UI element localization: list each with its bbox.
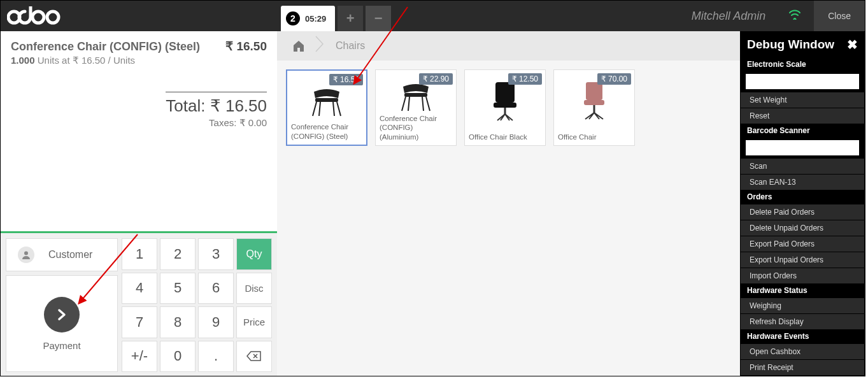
debug-section-orders: Orders [741,190,864,204]
order-lines: Conference Chair (CONFIG) (Steel) ₹ 16.5… [1,31,277,74]
product-price: ₹ 70.00 [597,73,631,85]
product-card[interactable]: ₹ 12.50Office Chair Black [464,69,546,146]
close-icon[interactable]: ✖ [847,37,858,52]
svg-rect-15 [494,103,516,108]
numpad-2[interactable]: 2 [160,238,196,270]
debug-scan-ean13[interactable]: Scan EAN-13 [741,174,864,190]
action-pad: Customer Payment 1 2 3 Qty 4 5 6 Disc 7 [1,233,277,376]
backspace-icon [246,351,262,361]
product-card[interactable]: ₹ 22.90Conference Chair (CONFIG) (Alumin… [375,69,457,146]
debug-section-scale: Electronic Scale [741,57,864,71]
svg-line-8 [333,102,334,116]
product-name: Conference Chair (CONFIG) (Steel) [287,120,366,145]
product-name: Office Chair Black [465,130,545,145]
debug-delete-paid[interactable]: Delete Paid Orders [741,204,864,220]
customer-label: Customer [48,249,92,261]
debug-section-barcode: Barcode Scanner [741,124,864,138]
topbar: 2 05:29 + − Mitchell Admin Close [1,1,865,31]
svg-line-12 [408,97,409,111]
svg-rect-18 [584,100,604,105]
numpad-4[interactable]: 4 [122,273,157,304]
home-icon[interactable] [286,36,311,55]
debug-weighing[interactable]: Weighing [741,297,864,313]
product-card[interactable]: ₹ 70.00Office Chair [553,69,635,146]
svg-line-11 [426,97,430,111]
numpad-5[interactable]: 5 [160,273,196,304]
order-line-price: ₹ 16.50 [225,39,267,54]
svg-line-7 [319,102,320,116]
numpad-disc[interactable]: Disc [236,273,272,304]
debug-open-cashbox[interactable]: Open Cashbox [741,343,864,359]
payment-label: Payment [43,340,80,351]
numpad-sign[interactable]: +/- [122,341,157,373]
numpad-9[interactable]: 9 [198,306,234,338]
product-price: ₹ 22.90 [419,73,453,85]
chevron-right-icon [315,35,324,57]
svg-point-1 [32,11,44,23]
scale-input[interactable] [746,74,859,89]
chevron-right-icon [44,297,80,333]
numpad-qty[interactable]: Qty [236,238,272,270]
numpad-6[interactable]: 6 [198,273,234,304]
debug-export-unpaid[interactable]: Export Unpaid Orders [741,252,864,268]
svg-line-13 [422,97,423,111]
barcode-input[interactable] [746,140,859,155]
debug-window: Debug Window ✖ Electronic Scale Set Weig… [740,31,865,376]
product-name: Conference Chair (CONFIG) (Aluminium) [376,111,456,145]
debug-section-hw-events: Hardware Events [741,329,864,343]
user-icon [18,247,34,263]
session-number-badge: 2 [286,11,300,25]
order-line-detail: 1.000 Units at ₹ 16.50 / Units [11,55,267,66]
order-line[interactable]: Conference Chair (CONFIG) (Steel) ₹ 16.5… [11,39,267,54]
numpad: 1 2 3 Qty 4 5 6 Disc 7 8 9 Price +/- 0 . [122,238,272,372]
debug-import-orders[interactable]: Import Orders [741,268,864,283]
svg-point-2 [47,11,59,23]
product-price: ₹ 12.50 [508,73,542,85]
debug-refresh-display[interactable]: Refresh Display [741,313,864,329]
debug-print-receipt[interactable]: Print Receipt [741,359,864,375]
product-name: Office Chair [554,130,634,145]
debug-delete-unpaid[interactable]: Delete Unpaid Orders [741,220,864,236]
numpad-3[interactable]: 3 [198,238,234,270]
plus-icon: + [346,10,355,27]
product-price: ₹ 16.50 [329,74,363,85]
debug-title: Debug Window ✖ [741,32,864,57]
session-tab[interactable]: 2 05:29 [281,6,335,31]
svg-line-5 [313,102,317,116]
wifi-icon [776,10,814,23]
minus-icon: − [374,10,383,27]
debug-read-scale[interactable]: Read Weighing Scale [741,375,864,376]
debug-reset[interactable]: Reset [741,108,864,124]
user-name[interactable]: Mitchell Admin [681,10,776,23]
order-panel: Conference Chair (CONFIG) (Steel) ₹ 16.5… [1,31,277,376]
session-time: 05:29 [305,14,326,24]
new-order-button[interactable]: + [338,6,363,31]
order-totals: Total: ₹ 16.50 Taxes: ₹ 0.00 [1,85,277,135]
svg-rect-9 [404,93,427,97]
numpad-0[interactable]: 0 [160,341,196,373]
odoo-logo [1,1,90,31]
remove-order-button[interactable]: − [366,6,391,31]
svg-line-6 [337,102,341,116]
debug-scan[interactable]: Scan [741,158,864,174]
debug-export-paid[interactable]: Export Paid Orders [741,236,864,252]
close-button[interactable]: Close [814,1,865,31]
svg-rect-17 [586,82,602,100]
numpad-price[interactable]: Price [236,306,272,338]
product-card[interactable]: ₹ 16.50Conference Chair (CONFIG) (Steel) [286,69,367,146]
svg-line-10 [402,97,406,111]
svg-rect-4 [315,98,338,102]
order-line-name: Conference Chair (CONFIG) (Steel) [11,40,200,54]
debug-set-weight[interactable]: Set Weight [741,92,864,108]
breadcrumb-category[interactable]: Chairs [328,40,373,52]
numpad-8[interactable]: 8 [160,306,196,338]
svg-point-3 [24,252,28,255]
numpad-dot[interactable]: . [198,341,234,373]
numpad-7[interactable]: 7 [122,306,157,338]
numpad-backspace[interactable] [236,341,272,373]
customer-button[interactable]: Customer [6,238,118,271]
svg-rect-14 [495,82,515,103]
numpad-1[interactable]: 1 [122,238,157,270]
debug-section-hw-status: Hardware Status [741,283,864,297]
payment-button[interactable]: Payment [6,275,118,372]
